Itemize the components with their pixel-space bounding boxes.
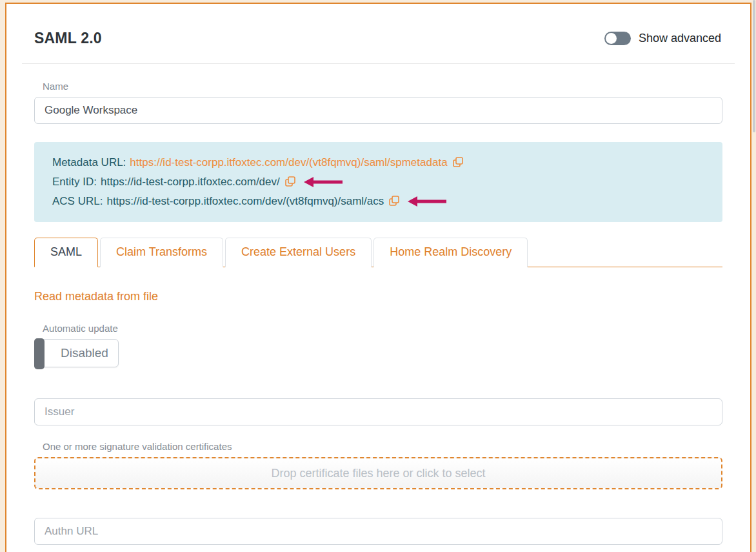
issuer-input[interactable] [34, 398, 722, 425]
saml-endpoints-info-box: Metadata URL: https://id-test-corpp.itfo… [34, 142, 722, 222]
certificate-dropzone-text: Drop certificate files here or click to … [271, 467, 485, 480]
saml-config-card: SAML 2.0 Show advanced Name Metadata URL… [5, 3, 751, 552]
header-divider [22, 63, 735, 64]
arrow-left-icon [408, 196, 448, 207]
copy-icon[interactable] [453, 157, 464, 169]
acs-url-value: https://id-test-corpp.itfoxtec.com/dev/(… [106, 195, 384, 208]
show-advanced-toggle[interactable] [604, 32, 631, 45]
copy-icon[interactable] [285, 176, 296, 188]
tab-claim-transforms[interactable]: Claim Transforms [100, 238, 223, 267]
show-advanced-control: Show advanced [604, 32, 722, 45]
tab-saml[interactable]: SAML [34, 238, 98, 267]
metadata-url-line: Metadata URL: https://id-test-corpp.itfo… [52, 153, 704, 172]
authn-url-input[interactable] [34, 518, 722, 545]
page-title: SAML 2.0 [34, 30, 102, 47]
entity-id-line: Entity ID: https://id-test-corpp.itfoxte… [52, 172, 704, 192]
copy-icon[interactable] [389, 196, 400, 207]
automatic-update-toggle[interactable]: Disabled [34, 339, 119, 367]
toggle-handle [34, 338, 45, 369]
card-header: SAML 2.0 Show advanced [34, 4, 722, 47]
scrollbar-thumb[interactable] [753, 0, 755, 132]
certificates-label: One or more signature validation certifi… [43, 441, 722, 452]
acs-url-label: ACS URL: [52, 195, 103, 208]
toggle-knob [606, 33, 617, 44]
tab-bar: SAML Claim Transforms Create External Us… [34, 237, 722, 267]
name-label: Name [43, 81, 722, 92]
entity-id-value: https://id-test-corpp.itfoxtec.com/dev/ [101, 176, 280, 189]
acs-url-line: ACS URL: https://id-test-corpp.itfoxtec.… [52, 192, 704, 211]
read-metadata-from-file-link[interactable]: Read metadata from file [34, 290, 158, 303]
certificate-dropzone[interactable]: Drop certificate files here or click to … [34, 457, 722, 489]
show-advanced-label: Show advanced [639, 32, 721, 45]
name-input[interactable] [34, 97, 722, 124]
automatic-update-state: Disabled [35, 346, 108, 360]
entity-id-label: Entity ID: [52, 176, 97, 189]
tab-home-realm-discovery[interactable]: Home Realm Discovery [373, 238, 528, 267]
automatic-update-label: Automatic update [43, 323, 722, 334]
metadata-url-link[interactable]: https://id-test-corpp.itfoxtec.com/dev/(… [130, 156, 447, 169]
arrow-left-icon [304, 176, 344, 188]
tab-create-external-users[interactable]: Create External Users [225, 238, 372, 267]
metadata-url-label: Metadata URL: [52, 156, 126, 169]
